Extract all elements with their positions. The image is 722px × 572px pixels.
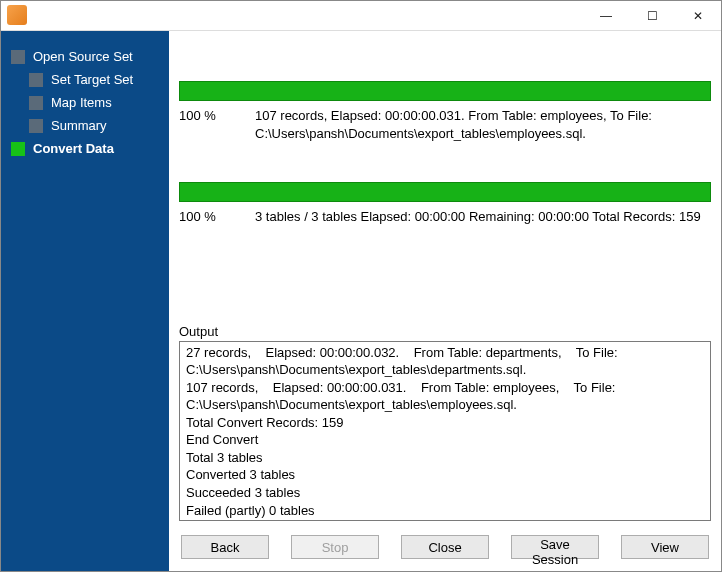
output-log[interactable]: 27 records, Elapsed: 00:00:00.032. From …: [179, 341, 711, 521]
step-box-icon: [29, 119, 43, 133]
progress-bar-2: [179, 182, 711, 202]
step-box-icon: [29, 96, 43, 110]
progress-1-percent: 100 %: [179, 107, 255, 125]
sidebar-step-label: Set Target Set: [51, 72, 133, 87]
sidebar-step-label: Open Source Set: [33, 49, 133, 64]
progress-2-percent: 100 %: [179, 208, 255, 226]
save-session-button[interactable]: Save Session: [511, 535, 599, 559]
close-button[interactable]: Close: [401, 535, 489, 559]
app-icon: [7, 5, 27, 25]
sidebar-step-1[interactable]: Set Target Set: [1, 68, 169, 91]
sidebar-step-label: Convert Data: [33, 141, 114, 156]
sidebar-step-4[interactable]: Convert Data: [1, 137, 169, 160]
progress-2-info: 3 tables / 3 tables Elapsed: 00:00:00 Re…: [255, 208, 711, 226]
step-box-icon: [29, 73, 43, 87]
back-button[interactable]: Back: [181, 535, 269, 559]
content: Open Source SetSet Target SetMap ItemsSu…: [1, 31, 721, 571]
step-box-icon: [11, 142, 25, 156]
window-close-button[interactable]: ✕: [675, 1, 721, 31]
step-box-icon: [11, 50, 25, 64]
output-label: Output: [179, 324, 711, 339]
sidebar-step-3[interactable]: Summary: [1, 114, 169, 137]
sidebar-step-label: Summary: [51, 118, 107, 133]
main-panel: 100 % 107 records, Elapsed: 00:00:00.031…: [169, 31, 721, 571]
progress-current-table: 100 % 107 records, Elapsed: 00:00:00.031…: [179, 81, 711, 142]
sidebar-step-0[interactable]: Open Source Set: [1, 45, 169, 68]
progress-1-info: 107 records, Elapsed: 00:00:00.031. From…: [255, 107, 711, 142]
stop-button: Stop: [291, 535, 379, 559]
sidebar: Open Source SetSet Target SetMap ItemsSu…: [1, 31, 169, 571]
sidebar-step-label: Map Items: [51, 95, 112, 110]
window-maximize-button[interactable]: ☐: [629, 1, 675, 31]
sidebar-step-2[interactable]: Map Items: [1, 91, 169, 114]
progress-bar-1: [179, 81, 711, 101]
view-button[interactable]: View: [621, 535, 709, 559]
button-row: Back Stop Close Save Session View: [169, 527, 721, 571]
progress-section: 100 % 107 records, Elapsed: 00:00:00.031…: [169, 31, 721, 228]
window-minimize-button[interactable]: —: [583, 1, 629, 31]
titlebar: — ☐ ✕: [1, 1, 721, 31]
progress-overall: 100 % 3 tables / 3 tables Elapsed: 00:00…: [179, 182, 711, 226]
